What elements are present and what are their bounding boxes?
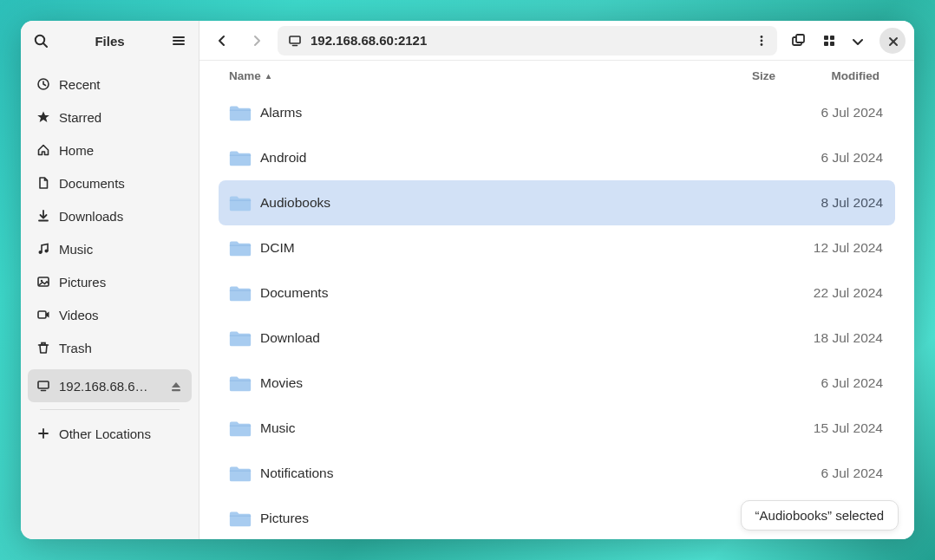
file-list[interactable]: Alarms6 Jul 2024Android6 Jul 2024Audiobo… [199, 90, 914, 539]
file-modified: 8 Jul 2024 [779, 195, 883, 211]
close-icon [886, 35, 899, 47]
folder-icon [226, 102, 255, 123]
address-text: 192.168.68.60:2121 [311, 33, 741, 48]
folder-icon [226, 418, 255, 439]
file-modified: 22 Jul 2024 [779, 285, 883, 301]
forward-button [243, 27, 271, 55]
folder-icon [226, 147, 255, 168]
folder-icon [226, 283, 255, 303]
hamburger-menu-button[interactable] [164, 26, 193, 55]
file-name: Documents [260, 285, 709, 301]
address-bar[interactable]: 192.168.68.60:2121 [278, 26, 777, 55]
sidebar-item-home[interactable]: Home [28, 133, 192, 166]
file-row[interactable]: Audiobooks8 Jul 2024 [219, 180, 895, 225]
file-modified: 6 Jul 2024 [779, 466, 883, 481]
new-tab-icon [791, 34, 805, 48]
star-icon [36, 110, 50, 124]
file-name: DCIM [260, 240, 709, 256]
column-label: Modified [832, 69, 880, 82]
file-name: Alarms [260, 105, 709, 120]
file-modified: 15 Jul 2024 [779, 420, 883, 436]
plus-icon [36, 427, 50, 440]
sidebar-item-downloads[interactable]: Downloads [28, 199, 192, 232]
sidebar-item-label: Pictures [59, 275, 183, 290]
kebab-icon [755, 34, 768, 48]
folder-icon [226, 192, 255, 213]
chevron-left-icon [215, 34, 229, 48]
app-window: Files Recent Starred Home Documents [21, 21, 914, 539]
view-options-dropdown[interactable] [843, 27, 871, 55]
eject-button[interactable] [169, 380, 183, 392]
eject-icon [169, 380, 183, 392]
path-options-button[interactable] [749, 29, 774, 53]
screen-icon [288, 34, 302, 48]
videos-icon [36, 308, 50, 322]
document-icon [36, 176, 50, 190]
sidebar-item-label: Downloads [59, 209, 183, 224]
selection-status: “Audiobooks” selected [741, 500, 899, 531]
app-title: Files [56, 34, 164, 49]
back-button[interactable] [208, 27, 236, 55]
sidebar-item-pictures[interactable]: Pictures [28, 265, 192, 298]
close-window-button[interactable] [879, 28, 906, 54]
sidebar-item-trash[interactable]: Trash [28, 331, 192, 364]
column-header-modified[interactable]: Modified [775, 69, 879, 82]
sidebar-item-music[interactable]: Music [28, 232, 192, 265]
toolbar-right [784, 27, 906, 55]
file-name: Pictures [260, 511, 709, 526]
file-row[interactable]: Documents22 Jul 2024 [219, 270, 895, 316]
sidebar-item-network-location[interactable]: 192.168.68.6… [28, 369, 192, 402]
new-tab-button[interactable] [784, 27, 812, 55]
file-row[interactable]: Download18 Jul 2024 [219, 316, 895, 361]
sidebar-item-documents[interactable]: Documents [28, 166, 192, 199]
folder-icon [226, 373, 255, 394]
chevron-down-icon [851, 35, 863, 47]
sidebar-item-other-locations[interactable]: Other Locations [28, 417, 192, 450]
sidebar-separator [40, 409, 180, 410]
file-row[interactable]: Music15 Jul 2024 [219, 406, 895, 451]
file-row[interactable]: Notifications6 Jul 2024 [219, 451, 895, 496]
grid-view-button[interactable] [815, 27, 843, 55]
trash-icon [36, 341, 50, 355]
column-label: Name [229, 69, 261, 82]
folder-icon [226, 238, 255, 258]
download-icon [36, 209, 50, 223]
column-headers: Name ▴ Size Modified [199, 61, 914, 90]
folder-icon [226, 328, 255, 348]
column-header-size[interactable]: Size [706, 69, 775, 82]
file-modified: 6 Jul 2024 [779, 375, 883, 391]
sidebar-item-label: Home [59, 143, 183, 158]
file-name: Movies [260, 375, 709, 391]
hamburger-icon [172, 34, 186, 48]
file-modified: 18 Jul 2024 [779, 330, 883, 346]
file-name: Download [260, 330, 709, 346]
column-label: Size [752, 69, 775, 82]
file-row[interactable]: DCIM12 Jul 2024 [219, 225, 895, 270]
toolbar: 192.168.68.60:2121 [199, 21, 914, 61]
folder-icon [226, 508, 255, 529]
sidebar-places: Recent Starred Home Documents Downloads … [21, 61, 199, 450]
sidebar-item-label: Documents [59, 176, 183, 191]
grid-icon [822, 34, 836, 48]
sidebar-item-label: Music [59, 242, 183, 257]
sidebar-item-label: Other Locations [59, 427, 183, 441]
sidebar-item-videos[interactable]: Videos [28, 298, 192, 331]
sidebar-item-recent[interactable]: Recent [28, 68, 192, 101]
sidebar-header: Files [21, 21, 199, 61]
sidebar-item-label: 192.168.68.6… [59, 379, 160, 394]
file-row[interactable]: Android6 Jul 2024 [219, 135, 895, 180]
sidebar-item-label: Recent [59, 77, 183, 92]
file-row[interactable]: Movies6 Jul 2024 [219, 361, 895, 406]
sidebar-item-label: Trash [59, 341, 183, 355]
file-name: Android [260, 150, 709, 166]
search-button[interactable] [26, 26, 56, 55]
file-name: Music [260, 420, 709, 436]
file-row[interactable]: Alarms6 Jul 2024 [219, 90, 895, 135]
folder-icon [226, 463, 255, 484]
home-icon [36, 143, 50, 157]
chevron-right-icon [250, 34, 264, 48]
search-icon [34, 34, 48, 48]
sidebar-item-starred[interactable]: Starred [28, 101, 192, 133]
column-header-name[interactable]: Name ▴ [229, 69, 706, 82]
file-modified: 6 Jul 2024 [779, 105, 883, 120]
